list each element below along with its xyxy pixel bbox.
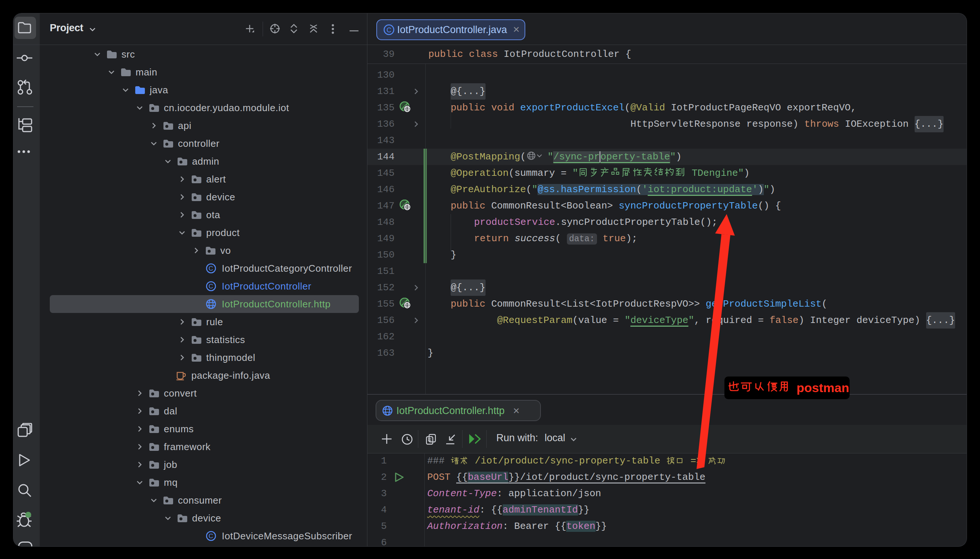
svg-text:C: C — [209, 283, 214, 290]
svg-text:C: C — [387, 26, 391, 34]
svg-text:C: C — [209, 533, 214, 540]
svg-text:C: C — [209, 265, 214, 272]
